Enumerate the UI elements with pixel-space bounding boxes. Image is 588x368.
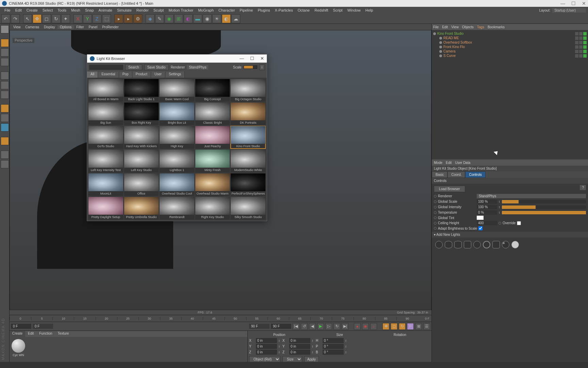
obj-tab-tags[interactable]: Tags [477,25,484,29]
make-editable-icon[interactable] [1,25,9,33]
search-button[interactable]: Search [125,64,142,70]
temperature-field[interactable]: 0 % [477,210,497,215]
vp-menu-filter[interactable]: Filter [74,25,86,29]
axis-z-toggle[interactable]: Z [93,14,101,23]
light-type-7-icon[interactable] [492,241,500,248]
rotate-tool[interactable]: ↻ [52,14,61,23]
preset-basic-warm-cool[interactable]: Basic Warm Cool [160,79,194,102]
preset-kino-front-studio[interactable]: Kino Front Studio [231,126,265,149]
select-tool[interactable]: ↖ [23,14,32,23]
next-key-icon[interactable]: ↻ [333,323,340,330]
edge-mode-icon[interactable] [1,81,9,89]
floor-icon[interactable]: ▬ [193,14,202,23]
menu-plugins[interactable]: Plugins [255,8,272,12]
search-input[interactable] [89,65,123,70]
interactive-icon[interactable] [1,160,9,168]
axis-y-toggle[interactable]: Y [83,14,92,23]
preset-dk-portraits[interactable]: DK Portraits [231,103,265,125]
menu-octane[interactable]: Octane [295,8,312,12]
size-x-field[interactable] [289,338,310,343]
global-intensity-field[interactable]: 100 % [477,205,497,209]
next-frame-icon[interactable]: ▷ [325,323,332,330]
preset-rembrandt[interactable]: Rembrandt [160,197,194,219]
obj-tab-file[interactable]: File [433,25,439,29]
preset-big-concept[interactable]: Big Concept [195,79,230,102]
browser-tab-essential[interactable]: Essential [98,72,119,78]
preset-modernstudio-white[interactable]: ModernStudio White [231,150,265,172]
preset-left-key-studio[interactable]: Left Key Studio [124,150,159,172]
pos-key-icon[interactable]: ✥ [382,323,389,330]
ceiling-height-field[interactable]: 400 [477,221,497,225]
attr-menu-user-data[interactable]: User Data [455,161,470,165]
modal-renderer-dropdown[interactable]: Stand/Phys [187,65,208,70]
vp-menu-prorender[interactable]: ProRender [100,25,121,29]
timeline[interactable]: 0510152025303540455055606570758085900 F [10,315,431,322]
prev-frame-icon[interactable]: ◀ [309,323,316,330]
point-key-icon[interactable]: ⊞ [415,323,422,330]
modal-close-button[interactable]: ✕ [260,56,264,61]
preset-perfectforshinyspheres[interactable]: PerfectForShinySpheres [231,173,265,196]
menu-script[interactable]: Script [331,8,345,12]
rot-p-field[interactable] [323,344,344,349]
tree-item[interactable]: S Curve [433,53,587,58]
frame-end-field[interactable]: 90 F [271,324,291,329]
range-start-field[interactable]: 0 F [33,324,53,329]
cloud-icon[interactable]: ☁ [231,14,240,23]
param-key-icon[interactable]: P [407,323,414,330]
prev-key-icon[interactable]: ↺ [301,323,308,330]
global-intensity-slider[interactable] [502,205,586,209]
browser-tab-pop[interactable]: Pop [119,72,132,78]
global-scale-slider[interactable] [502,200,586,203]
info-button[interactable]: i [259,64,265,70]
menu-motion-tracker[interactable]: Motion Tracker [166,8,196,12]
tree-item[interactable]: Camera [433,49,587,53]
record-icon[interactable]: ● [354,323,361,330]
preset-left-key-intensity-test[interactable]: Left Key Intensity Test [88,150,123,172]
help-button[interactable]: ? [580,185,586,190]
poly-mode-icon[interactable] [1,91,9,99]
render-view-icon[interactable]: ▸ [114,14,123,23]
modal-maximize-button[interactable]: ☐ [250,56,254,61]
rot-b-field[interactable] [323,350,344,355]
autokey-icon[interactable]: ◉ [362,323,369,330]
rot-h-field[interactable] [323,338,344,343]
menu-select[interactable]: Select [40,8,55,12]
temperature-slider[interactable] [502,211,586,214]
preset-all-boxed-in-warm[interactable]: All Boxed In Warm [88,79,123,102]
preset-pretty-umbrella-studio[interactable]: Pretty Umbrella Studio [124,197,159,219]
tree-item[interactable]: READ ME [433,36,587,40]
preset-overhead-studio-warm[interactable]: Overhead Studio Warm [195,173,230,196]
menu-snap[interactable]: Snap [83,8,96,12]
viewport-solo-icon[interactable] [1,114,9,122]
preset-overhead-studio-cool[interactable]: Overhead Studio Cool [160,173,194,196]
locked-icon[interactable] [1,151,9,159]
preset-silky-smooth-studio[interactable]: Silky Smooth Studio [231,197,265,219]
place-tool[interactable]: ✦ [61,14,70,23]
mat-menu-edit[interactable]: Edit [25,331,36,337]
workplane-icon[interactable] [1,58,9,66]
attr-tab-coord[interactable]: Coord. [447,171,465,178]
menu-file[interactable]: File [2,8,13,12]
menu-x-particles[interactable]: X-Particles [273,8,295,12]
rot-key-icon[interactable]: ↻ [399,323,406,330]
scale-tool[interactable]: ◻ [42,14,51,23]
menu-pipeline[interactable]: Pipeline [237,8,255,12]
redo-icon[interactable]: ↷ [11,14,20,23]
preset-lightbox-1[interactable]: LightBox 1 [160,150,194,172]
generator-icon[interactable]: ◉ [165,14,174,23]
menu-mograph[interactable]: MoGraph [196,8,216,12]
preset-back-light-studio-1[interactable]: Back Light Studio 1 [124,79,159,102]
tree-item[interactable]: Overheard Softbox [433,40,587,45]
attr-menu-edit[interactable]: Edit [446,161,452,165]
menu-animate[interactable]: Animate [96,8,115,12]
preset-just-peachy[interactable]: Just Peachy [195,126,230,149]
save-studio-button[interactable]: Save Studio [144,64,169,70]
play-icon[interactable]: ▶ [317,323,324,330]
menu-help[interactable]: Help [363,8,376,12]
menu-key-icon[interactable]: ☰ [423,323,430,330]
preset-high-key[interactable]: High Key [160,126,194,149]
menu-create[interactable]: Create [24,8,40,12]
move-tool[interactable]: ✥ [33,14,42,23]
mat-menu-function[interactable]: Function [36,331,55,337]
preset-bright-box-lit[interactable]: Bright Box Lit [160,103,194,125]
